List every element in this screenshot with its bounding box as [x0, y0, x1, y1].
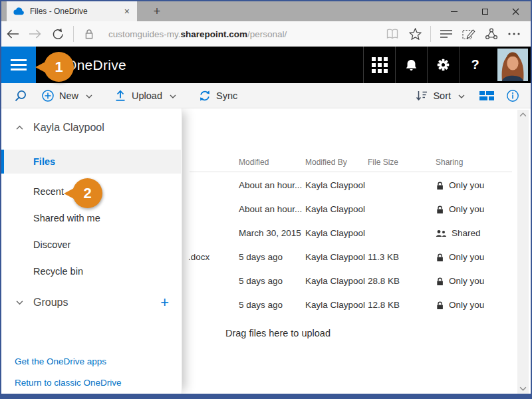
favorites-star-icon	[409, 28, 422, 40]
gear-icon	[436, 58, 450, 72]
minimize-button[interactable]	[439, 1, 469, 21]
callout-step-1: 1	[44, 52, 74, 82]
forward-button[interactable]	[24, 24, 47, 44]
sidebar-item-files[interactable]: Files	[1, 150, 181, 174]
get-onedrive-apps-link[interactable]: Get the OneDrive apps	[15, 356, 106, 366]
search-button[interactable]	[14, 89, 27, 102]
url-domain: sharepoint.com	[181, 29, 248, 39]
close-button[interactable]	[500, 1, 531, 21]
column-header-sharing[interactable]: Sharing	[436, 158, 463, 167]
new-button[interactable]: New	[41, 89, 92, 102]
divider	[430, 26, 431, 42]
lock-icon	[436, 205, 444, 214]
sidebar-item-label: Recent	[33, 186, 64, 197]
cell-modified: About an hour...	[239, 198, 302, 221]
cell-sharing: Shared	[452, 221, 481, 245]
refresh-button[interactable]	[47, 24, 69, 44]
app-launcher-button[interactable]	[363, 47, 395, 83]
hub-button[interactable]	[435, 24, 458, 44]
avatar-photo	[497, 49, 528, 81]
sidebar-item-discover[interactable]: Discover	[1, 233, 181, 257]
sidebar-user[interactable]: Kayla Claypool	[1, 115, 181, 140]
cell-sharing: Only you	[449, 293, 484, 317]
tiles-view-icon	[479, 91, 494, 100]
sidebar-item-label: Shared with me	[33, 213, 100, 223]
tab-close-icon[interactable]: ×	[123, 6, 131, 17]
maximize-icon	[482, 9, 488, 15]
cell-sharing: Only you	[449, 245, 484, 269]
back-icon	[6, 29, 19, 39]
chevron-down-icon	[170, 94, 176, 98]
lock-icon	[436, 277, 444, 286]
new-tab-button[interactable]: +	[145, 1, 169, 21]
address-bar: customguides-my.sharepoint.com/personal/	[1, 21, 531, 47]
cell-modified: About an hour...	[239, 174, 302, 198]
more-actions-button[interactable]	[503, 24, 525, 44]
sync-button[interactable]: Sync	[198, 89, 237, 102]
lock-icon	[436, 253, 444, 262]
sidebar-item-label: Recycle bin	[33, 266, 83, 277]
share-button[interactable]	[480, 24, 503, 44]
search-icon	[14, 89, 27, 102]
favorites-button[interactable]	[404, 24, 426, 44]
browser-titlebar: Files - OneDrive × +	[1, 1, 531, 21]
cell-modified-by: Kayla Claypool	[305, 198, 365, 221]
return-to-classic-link[interactable]: Return to classic OneDrive	[15, 378, 122, 388]
upload-button[interactable]: Upload	[114, 89, 176, 102]
cell-modified: March 30, 2015	[239, 221, 301, 245]
sort-icon	[415, 90, 428, 102]
window-bottom-border	[1, 394, 531, 398]
lock-icon	[436, 181, 444, 190]
cell-sharing: Only you	[449, 174, 484, 198]
divider	[190, 172, 512, 172]
lock-icon	[84, 29, 94, 40]
url-text[interactable]: customguides-my.sharepoint.com/personal/	[108, 29, 287, 39]
vertical-scrollbar[interactable]	[517, 110, 529, 394]
hamburger-menu-button[interactable]	[1, 47, 36, 83]
cell-modified: 5 days ago	[239, 293, 283, 317]
sidebar-item-recycle-bin[interactable]: Recycle bin	[1, 259, 181, 283]
sort-button[interactable]: Sort	[415, 90, 465, 102]
settings-button[interactable]	[427, 47, 459, 83]
cell-modified-by: Kayla Claypool	[305, 245, 365, 269]
groups-label: Groups	[33, 297, 68, 309]
sync-button-label: Sync	[216, 90, 237, 101]
help-button[interactable]: ?	[459, 47, 491, 83]
browser-tab[interactable]: Files - OneDrive ×	[7, 1, 137, 21]
browser-window: Files - OneDrive × + customguides-my.sha…	[0, 0, 532, 399]
minimize-icon	[451, 11, 458, 12]
reading-view-button[interactable]	[381, 24, 404, 44]
scroll-up-icon[interactable]	[519, 112, 527, 117]
cell-file-size: 28.8 KB	[368, 269, 400, 293]
hamburger-icon	[11, 59, 27, 61]
cell-file-size: 11.3 KB	[368, 245, 399, 269]
sidebar-item-groups[interactable]: Groups +	[1, 291, 181, 315]
scroll-down-icon[interactable]	[519, 386, 527, 391]
view-toggle-button[interactable]	[479, 91, 494, 100]
cell-modified: 5 days ago	[239, 245, 283, 269]
notifications-button[interactable]	[395, 47, 427, 83]
site-security-button[interactable]	[78, 24, 100, 44]
sidebar-item-shared-with-me[interactable]: Shared with me	[1, 206, 181, 230]
add-group-button[interactable]: +	[160, 294, 169, 311]
close-icon	[512, 8, 519, 15]
callout-number: 1	[55, 59, 63, 76]
navigation-sidebar: Kayla Claypool Files Recent Shared with …	[1, 108, 182, 394]
reading-view-icon	[386, 29, 399, 39]
back-button[interactable]	[1, 24, 24, 44]
profile-avatar[interactable]	[497, 49, 528, 81]
cell-modified-by: Kayla Claypool	[305, 293, 365, 317]
upload-icon	[114, 89, 127, 102]
tab-title: Files - OneDrive	[30, 7, 118, 16]
web-note-button[interactable]	[458, 24, 480, 44]
share-icon	[485, 27, 498, 41]
onedrive-header: OneDrive ?	[1, 47, 531, 83]
column-header-modified-by[interactable]: Modified By	[305, 158, 347, 167]
maximize-button[interactable]	[469, 1, 500, 21]
url-path: /personal/	[247, 29, 287, 39]
info-button[interactable]	[506, 89, 519, 102]
callout-number: 2	[83, 185, 91, 202]
column-header-file-size[interactable]: File Size	[368, 158, 398, 167]
column-header-modified[interactable]: Modified	[239, 158, 269, 167]
command-bar: New Upload Sync Sort	[1, 83, 531, 108]
